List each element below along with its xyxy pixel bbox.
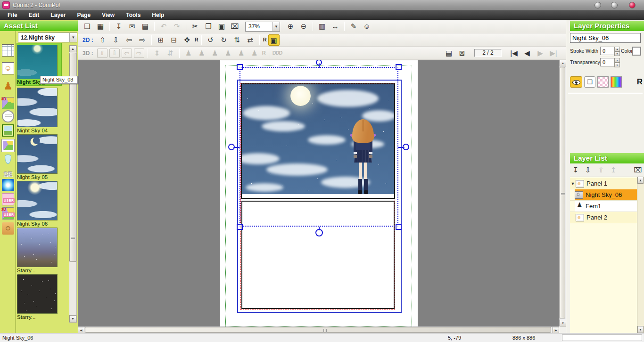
menu-tools[interactable]: Tools [120, 10, 146, 20]
scroll-up-icon[interactable]: ▲ [560, 60, 566, 66]
zoom-level-combo[interactable]: 37% ▼ [245, 22, 280, 32]
selection-handle-mid-right[interactable] [403, 144, 409, 150]
save-icon[interactable]: ▦ [95, 21, 106, 32]
maximize-button[interactable] [611, 2, 618, 8]
enlarge-icon[interactable]: ⊞ [155, 34, 166, 46]
dropdown-arrow-icon[interactable]: ▼ [69, 33, 77, 42]
item-3d-icon[interactable] [2, 139, 14, 152]
rotate-ccw-icon[interactable]: ↺ [205, 34, 216, 46]
publish-icon[interactable]: ✉ [126, 21, 138, 32]
layer-name-field[interactable] [570, 33, 641, 43]
zoom-out-icon[interactable]: ⊖ [298, 21, 309, 32]
reset-style-icon[interactable]: R [635, 76, 644, 88]
scroll-down-icon[interactable]: ▼ [560, 320, 566, 326]
free-transform-icon[interactable]: ✥ [182, 34, 193, 46]
layer-row-fem1[interactable]: Fem1 [570, 201, 637, 212]
scroll-up-icon[interactable]: ▲ [637, 177, 644, 184]
transparency-stepper[interactable]: ▲ ▼ [614, 58, 620, 66]
print-icon[interactable]: ▤ [140, 21, 151, 32]
expand-triangle-icon[interactable]: ▼ [570, 181, 576, 186]
menu-view[interactable]: View [96, 10, 120, 20]
paste-icon[interactable]: ▣ [216, 21, 227, 32]
export-icon[interactable]: ↧ [113, 21, 124, 32]
clipping-icon[interactable]: ▣ [268, 34, 280, 46]
first-page-icon[interactable]: |◀ [508, 48, 520, 59]
character-3d-icon[interactable]: 3D [2, 97, 14, 109]
spin-up-icon[interactable]: ▲ [614, 47, 620, 51]
menu-edit[interactable]: Edit [23, 10, 45, 20]
gradient-fill-icon[interactable] [611, 76, 622, 88]
asset-thumbnail-4[interactable] [17, 181, 58, 220]
stroke-width-value[interactable]: 0 [600, 47, 614, 55]
close-button[interactable] [629, 2, 636, 8]
zoom-in-icon[interactable]: ⊕ [285, 21, 296, 32]
menu-layer[interactable]: Layer [45, 10, 71, 20]
flip-horizontal-icon[interactable]: ⇄ [245, 34, 256, 46]
reset-rotation-icon[interactable]: R [263, 34, 266, 46]
menu-page[interactable]: Page [71, 10, 96, 20]
scrollbar-thumb[interactable] [85, 327, 551, 333]
comipo-item-icon[interactable]: ☺ [2, 222, 14, 235]
user-3d-icon[interactable]: 3DUSER [2, 207, 14, 220]
background-scene-icon[interactable] [2, 124, 14, 137]
spin-down-icon[interactable]: ▼ [614, 51, 620, 56]
rotate-cw-icon[interactable]: ↻ [218, 34, 230, 46]
move-layer-down-icon[interactable]: ⇩ [582, 164, 594, 176]
open-icon[interactable]: ❏ [82, 21, 93, 32]
asset-scrollbar[interactable]: ▲ ▼ [69, 45, 77, 323]
scrollbar-thumb[interactable] [69, 53, 76, 262]
fit-width-icon[interactable]: ↔ [330, 21, 341, 32]
shrink-icon[interactable]: ⊟ [168, 34, 180, 46]
menu-file[interactable]: File [2, 10, 23, 20]
scroll-down-icon[interactable]: ▼ [637, 326, 644, 333]
fit-page-icon[interactable]: ▥ [316, 21, 328, 32]
move-down-icon[interactable]: ⇩ [110, 34, 122, 46]
zoom-dropdown-arrow-icon[interactable]: ▼ [272, 22, 280, 31]
pattern-fill-icon[interactable] [597, 76, 609, 88]
layer-row-night-sky-06[interactable]: Night Sky_06 [570, 189, 637, 201]
reset-size-icon[interactable]: R [195, 34, 198, 46]
copy-icon[interactable]: ❐ [203, 21, 214, 32]
visibility-toggle[interactable] [570, 76, 582, 88]
add-page-icon[interactable]: ▤ [443, 48, 454, 59]
delete-layer-icon[interactable]: ⌧ [632, 164, 644, 176]
selection-handle-bottom-left[interactable] [237, 224, 243, 230]
scroll-left-icon[interactable]: ◀ [78, 327, 84, 334]
scrollbar-thumb[interactable] [560, 67, 565, 318]
stroke-width-stepper[interactable]: ▲ ▼ [614, 47, 620, 55]
minimize-button[interactable] [594, 2, 601, 8]
character-face-icon[interactable]: ☺ [2, 62, 14, 74]
layer-row-panel-2[interactable]: Panel 2 [570, 212, 637, 223]
selection-handle-bottom-right[interactable] [396, 224, 402, 230]
scroll-right-icon[interactable]: ▶ [553, 327, 559, 334]
asset-thumbnail-2[interactable] [17, 88, 58, 127]
menu-help[interactable]: Help [146, 10, 170, 20]
asset-category-dropdown[interactable]: 12.Night Sky ▼ [18, 33, 77, 42]
move-right-icon[interactable]: ⇨ [137, 34, 148, 46]
move-layer-bottom-icon[interactable]: ↧ [570, 164, 581, 176]
rotation-handle-bottom[interactable] [315, 229, 323, 236]
transparency-value[interactable]: 0 [600, 58, 614, 66]
spin-down-icon[interactable]: ▼ [614, 63, 620, 67]
selection-handle-mid-left[interactable] [228, 144, 235, 150]
delete-icon[interactable]: ⌧ [229, 21, 240, 32]
spin-up-icon[interactable]: ▲ [614, 58, 620, 63]
canvas-vertical-scrollbar[interactable]: ▲ ▼ [559, 60, 566, 326]
asset-thumbnail-3[interactable] [17, 134, 58, 174]
flip-vertical-icon[interactable]: ⇅ [231, 34, 243, 46]
rotation-handle-top[interactable] [316, 60, 322, 65]
effect-drop-icon[interactable] [5, 155, 11, 164]
asset-thumbnail-5[interactable] [17, 228, 58, 267]
scroll-up-icon[interactable]: ▲ [69, 45, 76, 52]
color-swatch[interactable] [632, 47, 641, 56]
character-body-icon[interactable]: ♟ [2, 80, 14, 92]
move-left-icon[interactable]: ⇦ [124, 34, 135, 46]
canvas-horizontal-scrollbar[interactable]: ◀ ▶ [78, 326, 559, 333]
selection-handle-top-right[interactable] [396, 64, 402, 70]
move-up-icon[interactable]: ⇧ [97, 34, 108, 46]
story-editor-icon[interactable]: ✎ [348, 21, 359, 32]
speech-bubble-icon[interactable] [2, 110, 14, 122]
panel-layout-icon[interactable] [2, 44, 14, 57]
delete-page-icon[interactable]: ⊠ [456, 48, 468, 59]
prev-page-icon[interactable]: ◀ [521, 48, 533, 59]
